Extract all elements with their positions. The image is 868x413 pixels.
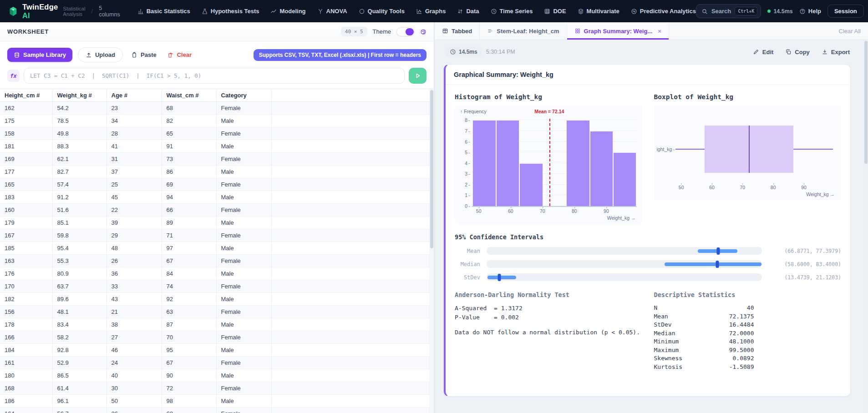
table-cell[interactable]: 163: [0, 254, 52, 267]
table-cell[interactable]: 94: [162, 191, 216, 203]
table-cell[interactable]: 161: [0, 356, 52, 369]
table-cell[interactable]: [271, 165, 430, 178]
table-cell[interactable]: 158: [0, 127, 52, 140]
column-header-age[interactable]: Age #: [107, 89, 162, 101]
table-cell[interactable]: [271, 101, 430, 114]
table-cell[interactable]: 67: [162, 254, 216, 267]
table-cell[interactable]: 86: [162, 165, 216, 178]
table-cell[interactable]: Male: [216, 318, 271, 331]
table-cell[interactable]: 67: [162, 356, 216, 369]
table-cell[interactable]: Female: [216, 127, 271, 140]
table-cell[interactable]: 69: [162, 178, 216, 191]
upload-button[interactable]: Upload: [78, 47, 123, 62]
table-cell[interactable]: 26: [107, 254, 162, 267]
table-cell[interactable]: Male: [216, 292, 271, 305]
table-cell[interactable]: [271, 305, 430, 318]
tab-graph-summary-weig[interactable]: Graph Summary: Weig...×: [567, 22, 669, 40]
table-cell[interactable]: 43: [107, 292, 162, 305]
view-mode-tabbed[interactable]: Tabbed: [435, 22, 480, 40]
table-cell[interactable]: 74: [162, 280, 216, 292]
column-header-category[interactable]: Category: [216, 89, 271, 101]
table-cell[interactable]: 62.1: [52, 152, 107, 165]
table-cell[interactable]: Female: [216, 280, 271, 292]
column-header-empty[interactable]: [271, 89, 430, 101]
table-cell[interactable]: 24: [107, 356, 162, 369]
copy-button[interactable]: Copy: [785, 49, 810, 55]
table-cell[interactable]: 40: [107, 369, 162, 382]
table-cell[interactable]: 78.5: [52, 114, 107, 127]
table-cell[interactable]: 55.3: [52, 254, 107, 267]
column-header-waist-cm[interactable]: Waist_cm #: [162, 89, 216, 101]
table-cell[interactable]: 65: [162, 127, 216, 140]
table-cell[interactable]: 178: [0, 318, 52, 331]
results-scrollbar[interactable]: [863, 40, 868, 413]
sample-library-button[interactable]: Sample Library: [7, 48, 72, 62]
table-cell[interactable]: [271, 114, 430, 127]
table-scrollbar[interactable]: [429, 89, 434, 413]
table-cell[interactable]: 82: [162, 114, 216, 127]
table-cell[interactable]: 156: [0, 305, 52, 318]
table-cell[interactable]: Female: [216, 101, 271, 114]
table-cell[interactable]: 82.7: [52, 165, 107, 178]
table-cell[interactable]: Male: [216, 114, 271, 127]
table-cell[interactable]: 50: [107, 394, 162, 407]
table-cell[interactable]: 72: [162, 382, 216, 394]
table-cell[interactable]: 68: [162, 407, 216, 413]
table-cell[interactable]: Male: [216, 165, 271, 178]
table-cell[interactable]: 170: [0, 280, 52, 292]
nav-item-hypothesis-tests[interactable]: Hypothesis Tests: [202, 8, 259, 15]
close-icon[interactable]: ×: [658, 28, 661, 35]
table-cell[interactable]: [271, 152, 430, 165]
table-cell[interactable]: 168: [0, 382, 52, 394]
table-cell[interactable]: 49.8: [52, 127, 107, 140]
nav-item-graphs[interactable]: Graphs: [416, 8, 446, 15]
paste-button[interactable]: Paste: [128, 48, 159, 62]
nav-item-multivariate[interactable]: Multivariate: [578, 8, 619, 15]
table-cell[interactable]: 73: [162, 152, 216, 165]
table-cell[interactable]: 23: [107, 101, 162, 114]
nav-item-quality-tools[interactable]: Quality Tools: [359, 8, 405, 15]
table-cell[interactable]: 160: [0, 203, 52, 216]
table-cell[interactable]: 22: [107, 203, 162, 216]
table-cell[interactable]: 177: [0, 165, 52, 178]
table-cell[interactable]: 54.2: [52, 101, 107, 114]
theme-toggle[interactable]: [396, 27, 415, 36]
nav-item-predictive-analytics[interactable]: Predictive Analytics: [631, 8, 696, 15]
table-cell[interactable]: 80.9: [52, 267, 107, 280]
table-cell[interactable]: [271, 394, 430, 407]
table-cell[interactable]: 26: [107, 407, 162, 413]
table-cell[interactable]: Female: [216, 407, 271, 413]
table-cell[interactable]: 176: [0, 267, 52, 280]
table-cell[interactable]: Female: [216, 229, 271, 242]
table-cell[interactable]: 71: [162, 229, 216, 242]
table-cell[interactable]: 90: [162, 369, 216, 382]
table-cell[interactable]: 36: [107, 267, 162, 280]
table-cell[interactable]: 165: [0, 178, 52, 191]
tab-stem-leaf-height-cm[interactable]: Stem-Leaf: Height_cm: [480, 22, 567, 40]
table-cell[interactable]: 169: [0, 152, 52, 165]
table-cell[interactable]: 92: [162, 292, 216, 305]
table-cell[interactable]: 167: [0, 229, 52, 242]
table-cell[interactable]: 84: [162, 267, 216, 280]
table-cell[interactable]: 87: [162, 318, 216, 331]
table-cell[interactable]: 66: [162, 203, 216, 216]
help-button[interactable]: Help: [799, 8, 821, 15]
ci-point-marker[interactable]: [716, 261, 719, 268]
table-cell[interactable]: 30: [107, 382, 162, 394]
table-cell[interactable]: 46: [107, 343, 162, 356]
table-cell[interactable]: 89: [162, 216, 216, 229]
table-cell[interactable]: [271, 356, 430, 369]
nav-item-anova[interactable]: ANOVA: [317, 8, 347, 15]
run-formula-button[interactable]: [409, 68, 426, 84]
table-cell[interactable]: 95.4: [52, 242, 107, 254]
table-cell[interactable]: 184: [0, 343, 52, 356]
table-cell[interactable]: 183: [0, 191, 52, 203]
table-cell[interactable]: [271, 369, 430, 382]
table-cell[interactable]: 56.7: [52, 407, 107, 413]
formula-input[interactable]: [24, 68, 405, 84]
table-cell[interactable]: 91.2: [52, 191, 107, 203]
session-button[interactable]: Session: [827, 5, 864, 18]
ci-point-marker[interactable]: [717, 247, 720, 255]
table-cell[interactable]: 175: [0, 114, 52, 127]
table-cell[interactable]: 180: [0, 369, 52, 382]
